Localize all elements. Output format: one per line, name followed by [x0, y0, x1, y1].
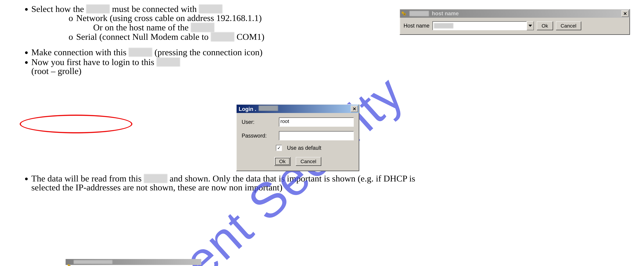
bullet-data-read: The data will be read from this xxxxx an… [31, 174, 596, 192]
redacted-value [434, 23, 453, 28]
text: Or on the host name of the [93, 22, 191, 32]
gear-icon [401, 10, 407, 16]
redacted-word: xxxxx [211, 32, 234, 41]
redacted-word: xxxxx [129, 48, 152, 57]
redacted-title-part [410, 11, 429, 16]
svg-point-2 [404, 14, 405, 15]
bullet-login: Now you first have to login to this xxxx… [31, 58, 596, 75]
user-input[interactable]: root [279, 118, 354, 127]
host-name-titlebar[interactable]: host name ✕ [400, 9, 630, 18]
login-credentials-text: (root – grolle) [31, 67, 596, 75]
dialog-title: Login . [239, 106, 256, 112]
login-dialog: Login . ✕ User: root Password: Use as de… [236, 104, 359, 171]
text: and shown. Only the data that is importa… [170, 174, 415, 183]
text: Network (using cross cable on address 19… [76, 13, 262, 23]
redacted-word: xxxxx [144, 174, 168, 183]
host-name-combobox[interactable] [432, 21, 534, 30]
cancel-button[interactable]: Cancel [556, 21, 581, 30]
redacted-title-part [74, 260, 112, 264]
ok-button[interactable]: Ok [537, 21, 553, 30]
use-default-checkbox[interactable] [276, 145, 282, 151]
close-icon[interactable]: ✕ [351, 106, 358, 112]
host-name-dialog: host name ✕ Host name Ok Cancel [400, 9, 630, 35]
redacted-word: xxxxx [191, 23, 214, 32]
password-input[interactable] [279, 131, 354, 140]
redacted-word: xxxxx [86, 4, 110, 13]
close-icon[interactable]: ✕ [622, 10, 629, 17]
redacted-word: xxxxx [156, 58, 180, 67]
cropped-titlebar [66, 259, 201, 265]
text: Serial (connect Null Modem cable to [76, 32, 211, 42]
bullet-make-connection: Make connection with this xxxxx (pressin… [31, 48, 596, 57]
list-marker-o: o [68, 32, 74, 41]
dialog-title: host name [431, 10, 620, 17]
redacted-word: xxxxx [199, 4, 222, 13]
chevron-down-icon[interactable] [527, 21, 534, 30]
user-label: User: [242, 119, 276, 125]
password-label: Password: [242, 133, 276, 139]
text: must be connected with [112, 4, 199, 14]
login-titlebar[interactable]: Login . ✕ [236, 105, 359, 113]
ok-button[interactable]: Ok [274, 157, 290, 166]
host-name-label: Host name [404, 23, 430, 29]
text: Select how the [31, 4, 86, 14]
text: Now you first have to login to this [31, 57, 156, 67]
cancel-button[interactable]: Cancel [296, 157, 321, 166]
text: (pressing the connection icon) [154, 47, 262, 57]
text: The data will be read from this [31, 174, 144, 183]
text: Make connection with this [31, 47, 129, 57]
text: selected the IP-addresses are not shown,… [31, 183, 596, 192]
list-marker-o: o [68, 13, 74, 23]
redacted-title-part [259, 106, 278, 111]
text: COM1) [236, 32, 264, 42]
use-default-label: Use as default [287, 145, 321, 151]
host-name-input[interactable] [432, 21, 527, 30]
gear-icon [67, 260, 72, 264]
